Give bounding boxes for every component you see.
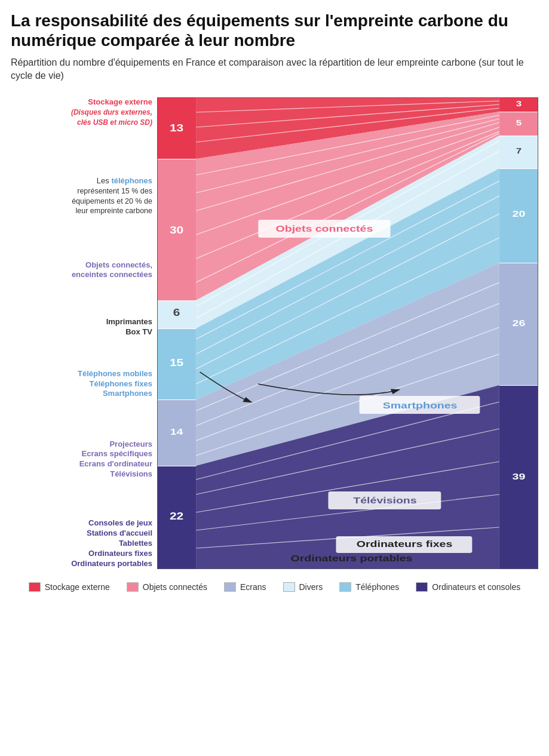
svg-rect-40 (157, 399, 196, 400)
svg-text:13: 13 (170, 122, 183, 133)
left-labels: Stockage externe (Disques durs externes,… (11, 97, 157, 569)
svg-text:Smartphones: Smartphones (383, 400, 458, 410)
legend-item-telephones: Téléphones (339, 582, 399, 592)
legend: Stockage externe Objets connectés Ecrans… (11, 582, 538, 592)
label-telephones-mobiles: Téléphones mobilesTéléphones fixesSmartp… (11, 369, 152, 399)
svg-text:22: 22 (170, 511, 183, 521)
svg-text:Ordinateurs fixes: Ordinateurs fixes (357, 539, 453, 549)
legend-label-ordinateurs: Ordinateurs et consoles (432, 582, 520, 592)
svg-rect-50 (499, 168, 538, 169)
legend-color-ordinateurs (416, 582, 428, 592)
svg-rect-39 (157, 328, 196, 329)
legend-label-ecrans: Ecrans (240, 582, 266, 592)
label-objets-connectes: Objets connectés,enceintes connectées (11, 260, 152, 281)
svg-text:15: 15 (170, 357, 183, 368)
svg-text:20: 20 (513, 208, 526, 219)
legend-item-stockage: Stockage externe (29, 582, 110, 592)
label-imprimantes-boxtv: ImprimantesBox TV (11, 317, 152, 337)
legend-color-telephones (339, 582, 351, 592)
chart-area: Stockage externe (Disques durs externes,… (11, 97, 538, 569)
svg-text:Télévisions: Télévisions (353, 495, 416, 505)
svg-text:39: 39 (513, 471, 526, 481)
legend-color-divers (283, 582, 295, 592)
chart-wrapper: 13 30 6 15 14 22 3 5 7 20 26 39 Objets c… (157, 97, 538, 569)
svg-rect-51 (499, 263, 538, 263)
main-title: La responsabilité des équipements sur l'… (11, 11, 538, 50)
legend-item-objets: Objets connectés (127, 582, 207, 592)
label-stockage-externe: Stockage externe (Disques durs externes,… (11, 97, 152, 128)
legend-item-ordinateurs: Ordinateurs et consoles (416, 582, 520, 592)
svg-rect-49 (499, 136, 538, 136)
legend-color-stockage (29, 582, 41, 592)
legend-item-divers: Divers (283, 582, 323, 592)
subtitle: Répartition du nombre d'équipements en F… (11, 56, 538, 83)
svg-text:Objets connectés: Objets connectés (276, 223, 373, 233)
svg-text:6: 6 (173, 307, 180, 318)
legend-label-divers: Divers (299, 582, 323, 592)
svg-text:7: 7 (516, 146, 522, 155)
svg-text:30: 30 (170, 225, 183, 235)
legend-item-ecrans: Ecrans (224, 582, 266, 592)
main-chart: 13 30 6 15 14 22 3 5 7 20 26 39 Objets c… (157, 97, 538, 569)
svg-text:5: 5 (516, 118, 522, 127)
legend-color-objets (127, 582, 139, 592)
svg-text:26: 26 (513, 318, 526, 328)
svg-text:3: 3 (516, 99, 522, 108)
svg-rect-52 (499, 385, 538, 386)
label-ecrans: ProjecteursEcrans spécifiquesEcrans d'or… (11, 440, 152, 480)
label-consoles: Consoles de jeuxStations d'accueilTablet… (11, 518, 152, 568)
legend-label-stockage: Stockage externe (45, 582, 110, 592)
svg-rect-37 (157, 159, 196, 159)
svg-text:Ordinateurs portables: Ordinateurs portables (291, 553, 413, 563)
svg-text:14: 14 (170, 426, 183, 437)
svg-rect-48 (499, 112, 538, 112)
legend-label-objets: Objets connectés (143, 582, 207, 592)
svg-rect-41 (157, 466, 196, 466)
svg-rect-38 (157, 300, 196, 301)
label-telephones-note: Les téléphones représentent 15 % deséqui… (11, 176, 152, 217)
legend-color-ecrans (224, 582, 236, 592)
legend-label-telephones: Téléphones (355, 582, 399, 592)
